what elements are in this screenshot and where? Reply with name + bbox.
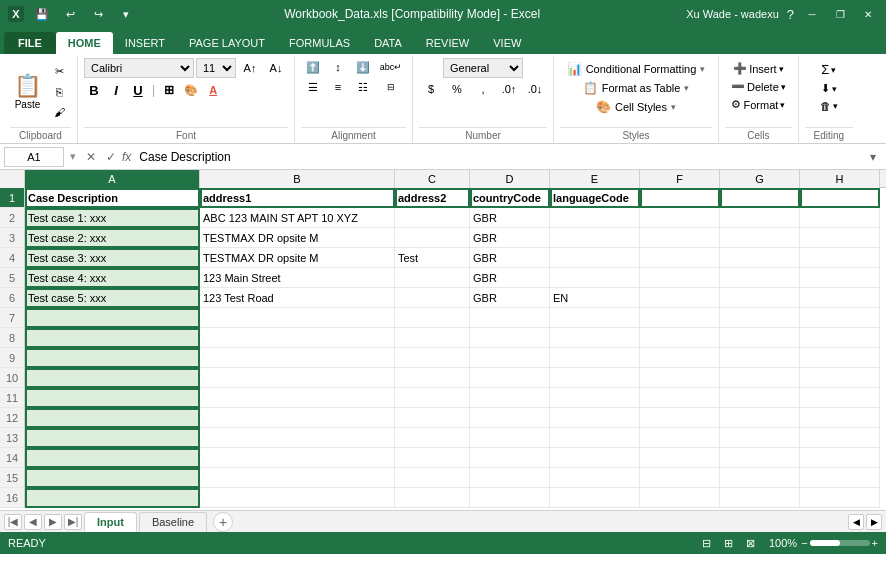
column-header-c[interactable]: C: [395, 170, 470, 188]
cell-D8[interactable]: [470, 328, 550, 348]
cell-H4[interactable]: [800, 248, 880, 268]
cell-C10[interactable]: [395, 368, 470, 388]
zoom-slider[interactable]: [810, 540, 870, 546]
format-button[interactable]: ⚙ Format ▾: [725, 96, 791, 113]
cell-G16[interactable]: [720, 488, 800, 508]
percent-btn[interactable]: %: [445, 80, 469, 98]
tab-page-layout[interactable]: PAGE LAYOUT: [177, 32, 277, 54]
font-family-select[interactable]: Calibri: [84, 58, 194, 78]
redo-quick-btn[interactable]: ↪: [86, 5, 110, 23]
cell-C2[interactable]: [395, 208, 470, 228]
cell-F16[interactable]: [640, 488, 720, 508]
cell-A16[interactable]: [25, 488, 200, 508]
scroll-left-btn[interactable]: ◀: [848, 514, 864, 530]
cell-B14[interactable]: [200, 448, 395, 468]
cell-F10[interactable]: [640, 368, 720, 388]
cell-C5[interactable]: [395, 268, 470, 288]
cell-D5[interactable]: GBR: [470, 268, 550, 288]
cell-D9[interactable]: [470, 348, 550, 368]
conditional-formatting-button[interactable]: 📊 Conditional Formatting ▾: [561, 60, 712, 78]
align-center-btn[interactable]: ≡: [326, 78, 350, 96]
row-num-2[interactable]: 2: [0, 208, 25, 228]
cell-E2[interactable]: [550, 208, 640, 228]
cell-G15[interactable]: [720, 468, 800, 488]
cell-E1[interactable]: languageCode: [550, 188, 640, 208]
cell-G9[interactable]: [720, 348, 800, 368]
sheet-next-btn[interactable]: ▶: [44, 514, 62, 530]
cell-D15[interactable]: [470, 468, 550, 488]
cell-E9[interactable]: [550, 348, 640, 368]
row-num-1[interactable]: 1: [0, 188, 25, 208]
sum-button[interactable]: Σ ▾: [815, 60, 842, 79]
cell-A7[interactable]: [25, 308, 200, 328]
row-num-7[interactable]: 7: [0, 308, 25, 328]
decrease-decimal-btn[interactable]: .0↓: [523, 80, 547, 98]
tab-insert[interactable]: INSERT: [113, 32, 177, 54]
cell-D16[interactable]: [470, 488, 550, 508]
cell-E14[interactable]: [550, 448, 640, 468]
column-header-b[interactable]: B: [200, 170, 395, 188]
cell-F14[interactable]: [640, 448, 720, 468]
normal-view-btn[interactable]: ⊟: [697, 535, 717, 551]
bold-button[interactable]: B: [84, 80, 104, 100]
cell-E8[interactable]: [550, 328, 640, 348]
cell-A9[interactable]: [25, 348, 200, 368]
comma-btn[interactable]: ,: [471, 80, 495, 98]
cell-H16[interactable]: [800, 488, 880, 508]
cancel-formula-btn[interactable]: ✕: [82, 148, 100, 166]
cell-B11[interactable]: [200, 388, 395, 408]
cell-C3[interactable]: [395, 228, 470, 248]
increase-decimal-btn[interactable]: .0↑: [497, 80, 521, 98]
paste-button[interactable]: 📋 Paste: [10, 64, 45, 120]
row-num-3[interactable]: 3: [0, 228, 25, 248]
save-quick-btn[interactable]: 💾: [30, 5, 54, 23]
cell-C13[interactable]: [395, 428, 470, 448]
cell-G4[interactable]: [720, 248, 800, 268]
cell-F2[interactable]: [640, 208, 720, 228]
clear-button[interactable]: 🗑 ▾: [814, 98, 844, 114]
cell-D12[interactable]: [470, 408, 550, 428]
cell-F15[interactable]: [640, 468, 720, 488]
zoom-in-btn[interactable]: +: [872, 537, 878, 549]
column-header-e[interactable]: E: [550, 170, 640, 188]
tab-formulas[interactable]: FORMULAS: [277, 32, 362, 54]
cell-G14[interactable]: [720, 448, 800, 468]
cell-H14[interactable]: [800, 448, 880, 468]
cell-A15[interactable]: [25, 468, 200, 488]
cell-H6[interactable]: [800, 288, 880, 308]
cell-D11[interactable]: [470, 388, 550, 408]
cell-D2[interactable]: GBR: [470, 208, 550, 228]
row-num-9[interactable]: 9: [0, 348, 25, 368]
cell-B4[interactable]: TESTMAX DR opsite M: [200, 248, 395, 268]
row-num-8[interactable]: 8: [0, 328, 25, 348]
formula-input[interactable]: [135, 147, 860, 167]
undo-quick-btn[interactable]: ↩: [58, 5, 82, 23]
cell-E13[interactable]: [550, 428, 640, 448]
tab-review[interactable]: REVIEW: [414, 32, 481, 54]
border-button[interactable]: ⊞: [159, 80, 179, 100]
cell-A5[interactable]: Test case 4: xxx: [25, 268, 200, 288]
cell-B2[interactable]: ABC 123 MAIN ST APT 10 XYZ: [200, 208, 395, 228]
cell-F5[interactable]: [640, 268, 720, 288]
align-middle-btn[interactable]: ↕: [326, 58, 350, 76]
sheet-last-btn[interactable]: ▶|: [64, 514, 82, 530]
cell-reference-box[interactable]: [4, 147, 64, 167]
tab-view[interactable]: VIEW: [481, 32, 533, 54]
cell-B8[interactable]: [200, 328, 395, 348]
cell-E12[interactable]: [550, 408, 640, 428]
merge-center-btn[interactable]: ⊟: [376, 78, 406, 96]
row-num-15[interactable]: 15: [0, 468, 25, 488]
cell-A13[interactable]: [25, 428, 200, 448]
column-header-h[interactable]: H: [800, 170, 880, 188]
add-sheet-btn[interactable]: +: [213, 512, 233, 532]
italic-button[interactable]: I: [106, 80, 126, 100]
cell-F7[interactable]: [640, 308, 720, 328]
cell-A10[interactable]: [25, 368, 200, 388]
font-size-select[interactable]: 11: [196, 58, 236, 78]
cell-F11[interactable]: [640, 388, 720, 408]
cell-A4[interactable]: Test case 3: xxx: [25, 248, 200, 268]
zoom-out-btn[interactable]: −: [801, 537, 807, 549]
minimize-btn[interactable]: ─: [802, 6, 822, 22]
cell-E3[interactable]: [550, 228, 640, 248]
cell-B7[interactable]: [200, 308, 395, 328]
